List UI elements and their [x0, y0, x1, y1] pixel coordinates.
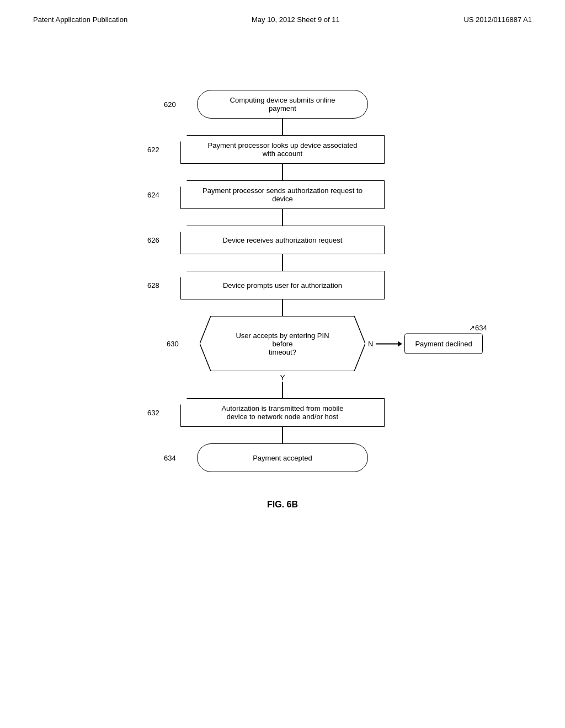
horiz-line — [376, 343, 398, 344]
node-632-row: 632 Autorization is transmitted from mob… — [180, 398, 385, 427]
diagram-area: 620 Computing device submits onlinepayme… — [0, 90, 565, 472]
node-624-row: 624 Payment processor sends authorizatio… — [180, 180, 385, 209]
y-branch: Y — [280, 371, 285, 398]
node-628-label: Device prompts user for authorization — [223, 281, 342, 290]
connector-628-630 — [282, 299, 283, 316]
figure-label: FIG. 6B — [0, 500, 565, 510]
payment-declined-label: Payment declined — [415, 340, 472, 348]
node-634-shape: Payment accepted — [197, 443, 368, 472]
node-634-num: 634 — [164, 454, 176, 462]
node-624-shape: Payment processor sends authorization re… — [180, 180, 385, 209]
node-628-shape: Device prompts user for authorization — [180, 271, 385, 299]
node-620-row: 620 Computing device submits onlinepayme… — [197, 90, 368, 119]
node-630-num: 630 — [167, 340, 179, 348]
n-branch: N ↗634 Payment declined — [365, 334, 483, 354]
step-624: 624 Payment processor sends authorizatio… — [180, 180, 385, 226]
node-622-label: Payment processor looks up device associ… — [208, 141, 358, 158]
connector-630-632 — [282, 382, 283, 398]
declined-num: ↗634 — [469, 324, 487, 332]
arrow-right-icon — [398, 341, 402, 346]
node-634-label: Payment accepted — [253, 454, 312, 462]
header: Patent Application Publication May 10, 2… — [0, 0, 565, 24]
node-622-num: 622 — [147, 146, 159, 154]
node-620-shape: Computing device submits onlinepayment — [197, 90, 368, 119]
node-632-shape: Autorization is transmitted from mobiled… — [180, 398, 385, 427]
header-left: Patent Application Publication — [33, 15, 127, 24]
node-620-label: Computing device submits onlinepayment — [230, 96, 335, 113]
node-620-num: 620 — [164, 100, 176, 109]
node-628-row: 628 Device prompts user for authorizatio… — [180, 271, 385, 299]
step-622: 622 Payment processor looks up device as… — [180, 135, 385, 180]
connector-624-626 — [282, 209, 283, 226]
step-620: 620 Computing device submits onlinepayme… — [197, 90, 368, 135]
step-632: 632 Autorization is transmitted from mob… — [180, 398, 385, 443]
step-630: 630 User accepts by entering PIN beforet… — [200, 316, 365, 398]
y-label: Y — [280, 373, 285, 382]
node-626-label: Device receives authorization request — [223, 236, 343, 244]
header-right: US 2012/0116887 A1 — [463, 15, 532, 24]
fig-label-text: FIG. 6B — [267, 500, 298, 509]
node-624-label: Payment processor sends authorization re… — [202, 186, 363, 203]
node-626-row: 626 Device receives authorization reques… — [180, 226, 385, 254]
header-center: May 10, 2012 Sheet 9 of 11 — [252, 15, 340, 24]
node-632-label: Autorization is transmitted from mobiled… — [221, 404, 343, 421]
connector-620-622 — [282, 119, 283, 135]
node-622-row: 622 Payment processor looks up device as… — [180, 135, 385, 164]
payment-declined-box: Payment declined — [404, 334, 482, 354]
step-626: 626 Device receives authorization reques… — [180, 226, 385, 271]
n-label: N — [368, 340, 373, 348]
node-622-shape: Payment processor looks up device associ… — [180, 135, 385, 164]
connector-632-634 — [282, 427, 283, 443]
node-634-row: 634 Payment accepted — [197, 443, 368, 472]
connector-626-628 — [282, 254, 283, 271]
node-624-num: 624 — [147, 191, 159, 199]
step-634: 634 Payment accepted — [197, 443, 368, 472]
payment-declined-container: ↗634 Payment declined — [404, 334, 482, 354]
node-630-label: User accepts by entering PIN beforetimeo… — [227, 331, 338, 356]
step-628: 628 Device prompts user for authorizatio… — [180, 271, 385, 316]
connector-622-624 — [282, 164, 283, 180]
node-626-shape: Device receives authorization request — [180, 226, 385, 254]
node-626-num: 626 — [147, 236, 159, 244]
node-630-row: 630 User accepts by entering PIN beforet… — [200, 316, 365, 371]
node-632-num: 632 — [147, 409, 159, 417]
node-628-num: 628 — [147, 281, 159, 290]
node-630-diamond: User accepts by entering PIN beforetimeo… — [200, 316, 365, 371]
